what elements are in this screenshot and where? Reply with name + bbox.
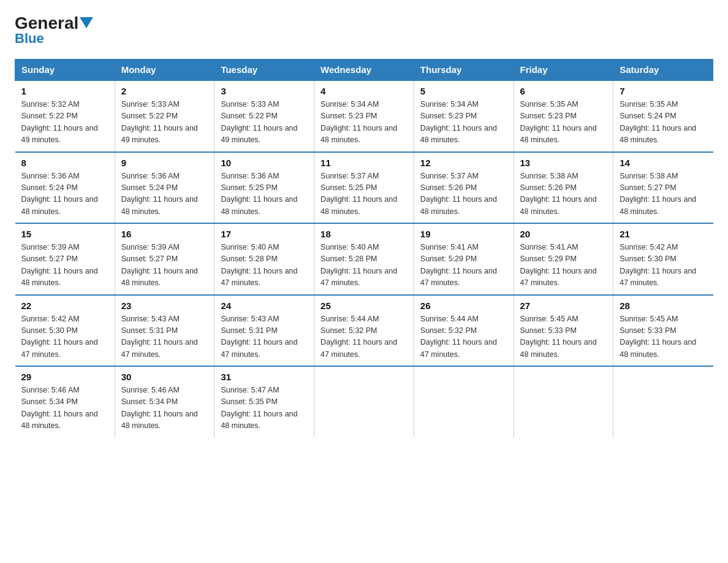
page-header: General Blue: [15, 15, 713, 47]
day-info: Sunrise: 5:45 AMSunset: 5:33 PMDaylight:…: [520, 313, 607, 361]
day-cell: 3Sunrise: 5:33 AMSunset: 5:22 PMDaylight…: [214, 80, 314, 152]
day-info: Sunrise: 5:45 AMSunset: 5:33 PMDaylight:…: [620, 313, 707, 361]
day-cell: 20Sunrise: 5:41 AMSunset: 5:29 PMDayligh…: [514, 223, 613, 295]
week-row-3: 15Sunrise: 5:39 AMSunset: 5:27 PMDayligh…: [15, 223, 713, 295]
day-info: Sunrise: 5:44 AMSunset: 5:32 PMDaylight:…: [320, 313, 408, 361]
day-info: Sunrise: 5:39 AMSunset: 5:27 PMDaylight:…: [121, 242, 208, 289]
day-number: 12: [420, 158, 507, 168]
day-number: 3: [221, 86, 308, 96]
day-number: 31: [221, 372, 308, 382]
day-info: Sunrise: 5:33 AMSunset: 5:22 PMDaylight:…: [121, 99, 208, 147]
day-cell: 15Sunrise: 5:39 AMSunset: 5:27 PMDayligh…: [15, 223, 115, 295]
day-cell: 5Sunrise: 5:34 AMSunset: 5:23 PMDaylight…: [414, 80, 514, 152]
day-number: 22: [21, 301, 108, 311]
day-cell: [414, 366, 514, 437]
day-cell: 2Sunrise: 5:33 AMSunset: 5:22 PMDaylight…: [115, 80, 214, 152]
day-cell: 7Sunrise: 5:35 AMSunset: 5:24 PMDaylight…: [613, 80, 713, 152]
day-number: 8: [21, 158, 108, 168]
day-cell: 1Sunrise: 5:32 AMSunset: 5:22 PMDaylight…: [15, 80, 115, 152]
day-number: 11: [320, 158, 408, 168]
day-cell: [514, 366, 613, 437]
day-info: Sunrise: 5:35 AMSunset: 5:24 PMDaylight:…: [620, 99, 707, 147]
day-info: Sunrise: 5:41 AMSunset: 5:29 PMDaylight:…: [420, 242, 507, 289]
day-number: 2: [121, 86, 208, 96]
day-info: Sunrise: 5:38 AMSunset: 5:27 PMDaylight:…: [620, 170, 707, 218]
day-number: 1: [21, 86, 108, 96]
day-info: Sunrise: 5:39 AMSunset: 5:27 PMDaylight:…: [21, 242, 108, 289]
day-number: 26: [420, 301, 507, 311]
day-number: 4: [320, 86, 408, 96]
day-number: 20: [520, 229, 607, 239]
week-row-4: 22Sunrise: 5:42 AMSunset: 5:30 PMDayligh…: [15, 295, 713, 367]
header-sunday: Sunday: [15, 59, 115, 81]
day-info: Sunrise: 5:35 AMSunset: 5:23 PMDaylight:…: [520, 99, 607, 147]
day-cell: 12Sunrise: 5:37 AMSunset: 5:26 PMDayligh…: [414, 152, 514, 224]
day-number: 5: [420, 86, 507, 96]
day-info: Sunrise: 5:37 AMSunset: 5:26 PMDaylight:…: [420, 170, 507, 218]
day-info: Sunrise: 5:32 AMSunset: 5:22 PMDaylight:…: [21, 99, 108, 147]
day-info: Sunrise: 5:34 AMSunset: 5:23 PMDaylight:…: [420, 99, 507, 147]
day-cell: 29Sunrise: 5:46 AMSunset: 5:34 PMDayligh…: [15, 366, 115, 437]
day-info: Sunrise: 5:46 AMSunset: 5:34 PMDaylight:…: [21, 385, 108, 432]
day-cell: 17Sunrise: 5:40 AMSunset: 5:28 PMDayligh…: [214, 223, 314, 295]
day-info: Sunrise: 5:44 AMSunset: 5:32 PMDaylight:…: [420, 313, 507, 361]
day-info: Sunrise: 5:43 AMSunset: 5:31 PMDaylight:…: [121, 313, 208, 361]
svg-marker-0: [80, 17, 93, 28]
day-info: Sunrise: 5:41 AMSunset: 5:29 PMDaylight:…: [520, 242, 607, 289]
day-cell: 21Sunrise: 5:42 AMSunset: 5:30 PMDayligh…: [613, 223, 713, 295]
day-cell: 10Sunrise: 5:36 AMSunset: 5:25 PMDayligh…: [214, 152, 314, 224]
day-info: Sunrise: 5:33 AMSunset: 5:22 PMDaylight:…: [221, 99, 308, 147]
logo: General Blue: [15, 15, 93, 47]
day-info: Sunrise: 5:36 AMSunset: 5:25 PMDaylight:…: [221, 170, 308, 218]
day-cell: 14Sunrise: 5:38 AMSunset: 5:27 PMDayligh…: [613, 152, 713, 224]
day-info: Sunrise: 5:40 AMSunset: 5:28 PMDaylight:…: [221, 242, 308, 289]
calendar-header-row: SundayMondayTuesdayWednesdayThursdayFrid…: [15, 59, 713, 81]
day-number: 23: [121, 301, 208, 311]
week-row-5: 29Sunrise: 5:46 AMSunset: 5:34 PMDayligh…: [15, 366, 713, 437]
day-cell: 19Sunrise: 5:41 AMSunset: 5:29 PMDayligh…: [414, 223, 514, 295]
calendar-table: SundayMondayTuesdayWednesdayThursdayFrid…: [15, 59, 713, 437]
day-number: 7: [620, 86, 707, 96]
header-wednesday: Wednesday: [314, 59, 414, 81]
day-number: 28: [620, 301, 707, 311]
day-cell: 16Sunrise: 5:39 AMSunset: 5:27 PMDayligh…: [115, 223, 214, 295]
day-number: 13: [520, 158, 607, 168]
day-cell: 25Sunrise: 5:44 AMSunset: 5:32 PMDayligh…: [314, 295, 414, 367]
day-cell: 24Sunrise: 5:43 AMSunset: 5:31 PMDayligh…: [214, 295, 314, 367]
day-cell: 26Sunrise: 5:44 AMSunset: 5:32 PMDayligh…: [414, 295, 514, 367]
day-number: 18: [320, 229, 408, 239]
day-cell: [314, 366, 414, 437]
day-cell: 11Sunrise: 5:37 AMSunset: 5:25 PMDayligh…: [314, 152, 414, 224]
day-info: Sunrise: 5:46 AMSunset: 5:34 PMDaylight:…: [121, 385, 208, 432]
day-number: 6: [520, 86, 607, 96]
logo-main-text: General: [15, 15, 78, 32]
day-info: Sunrise: 5:36 AMSunset: 5:24 PMDaylight:…: [21, 170, 108, 218]
day-cell: 31Sunrise: 5:47 AMSunset: 5:35 PMDayligh…: [214, 366, 314, 437]
logo-arrow-icon: [80, 17, 93, 28]
day-cell: 28Sunrise: 5:45 AMSunset: 5:33 PMDayligh…: [613, 295, 713, 367]
day-cell: 8Sunrise: 5:36 AMSunset: 5:24 PMDaylight…: [15, 152, 115, 224]
day-number: 27: [520, 301, 607, 311]
day-info: Sunrise: 5:43 AMSunset: 5:31 PMDaylight:…: [221, 313, 308, 361]
day-info: Sunrise: 5:37 AMSunset: 5:25 PMDaylight:…: [320, 170, 408, 218]
header-tuesday: Tuesday: [214, 59, 314, 81]
header-monday: Monday: [115, 59, 214, 81]
day-number: 17: [221, 229, 308, 239]
day-number: 30: [121, 372, 208, 382]
day-number: 10: [221, 158, 308, 168]
day-cell: [613, 366, 713, 437]
day-cell: 30Sunrise: 5:46 AMSunset: 5:34 PMDayligh…: [115, 366, 214, 437]
week-row-1: 1Sunrise: 5:32 AMSunset: 5:22 PMDaylight…: [15, 80, 713, 152]
day-info: Sunrise: 5:34 AMSunset: 5:23 PMDaylight:…: [320, 99, 408, 147]
day-number: 29: [21, 372, 108, 382]
day-info: Sunrise: 5:38 AMSunset: 5:26 PMDaylight:…: [520, 170, 607, 218]
day-cell: 6Sunrise: 5:35 AMSunset: 5:23 PMDaylight…: [514, 80, 613, 152]
day-info: Sunrise: 5:40 AMSunset: 5:28 PMDaylight:…: [320, 242, 408, 289]
header-thursday: Thursday: [414, 59, 514, 81]
day-cell: 18Sunrise: 5:40 AMSunset: 5:28 PMDayligh…: [314, 223, 414, 295]
day-cell: 23Sunrise: 5:43 AMSunset: 5:31 PMDayligh…: [115, 295, 214, 367]
day-number: 24: [221, 301, 308, 311]
day-number: 9: [121, 158, 208, 168]
day-cell: 22Sunrise: 5:42 AMSunset: 5:30 PMDayligh…: [15, 295, 115, 367]
day-cell: 13Sunrise: 5:38 AMSunset: 5:26 PMDayligh…: [514, 152, 613, 224]
